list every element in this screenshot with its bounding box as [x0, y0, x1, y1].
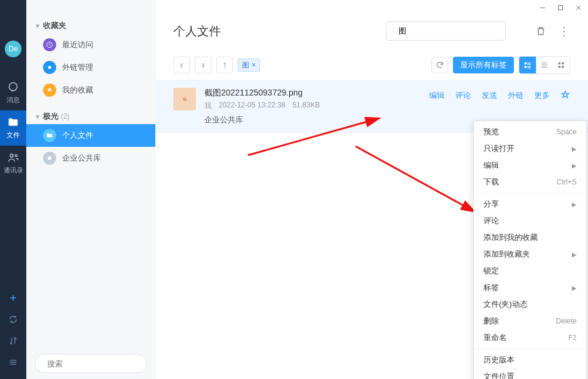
file-name: 截图20221125093729.png: [204, 88, 421, 98]
menu-add-fav-folder[interactable]: 添加到收藏夹▶: [474, 246, 586, 263]
file-thumbnail: ✿: [173, 88, 196, 110]
page-title: 个人文件: [173, 23, 221, 39]
action-more[interactable]: 更多: [534, 90, 550, 101]
menu-edit[interactable]: 编辑▶: [474, 157, 586, 174]
sidebar-item-myfav[interactable]: 我的收藏: [26, 79, 155, 101]
link-icon: [43, 61, 56, 74]
svg-point-8: [393, 30, 393, 31]
menu-preview[interactable]: 预览Space: [474, 124, 586, 140]
file-info: 截图20221125093729.png 我 2022-12-05 13:22:…: [204, 88, 421, 125]
sidebar-search-input[interactable]: [47, 359, 148, 368]
sidebar-item-recent[interactable]: 最近访问: [26, 33, 155, 56]
search-box[interactable]: [386, 21, 506, 41]
sidebar-search[interactable]: [35, 354, 147, 373]
toolbar: ‹ › ↑ 图 × 显示所有标签: [155, 53, 588, 81]
sidebar-item-label: 外链管理: [62, 62, 93, 73]
sidebar-item-links[interactable]: 外链管理: [26, 56, 155, 79]
menu-delete[interactable]: 删除Delete: [474, 313, 586, 329]
menu-shortcut: Ctrl+S: [556, 178, 577, 186]
search-icon: [393, 26, 394, 36]
nav-back-button[interactable]: ‹: [173, 57, 190, 73]
action-comment[interactable]: 评论: [455, 90, 471, 101]
show-all-tags-button[interactable]: 显示所有标签: [453, 57, 514, 73]
view-compact-button[interactable]: [536, 57, 553, 73]
chevron-right-icon: ▶: [572, 285, 577, 291]
sidebar-item-label: 我的收藏: [62, 85, 93, 95]
search-input[interactable]: [399, 27, 499, 36]
sidebar-item-enterprise-lib[interactable]: 企业公共库: [26, 147, 155, 170]
menu-download[interactable]: 下载Ctrl+S: [474, 174, 586, 190]
maximize-icon[interactable]: [557, 4, 564, 11]
menu-shortcut: Delete: [556, 317, 577, 325]
menu-tags[interactable]: 标签▶: [474, 279, 586, 296]
more-icon[interactable]: ⋮: [558, 25, 570, 37]
menu-label: 添加到我的收藏: [483, 232, 538, 243]
minimize-icon[interactable]: [539, 4, 546, 11]
menu-history[interactable]: 历史版本: [474, 352, 586, 368]
menu-label: 重命名: [483, 332, 507, 343]
sidebar-section-favorites[interactable]: ▼ 收藏夹: [26, 18, 155, 33]
trash-icon[interactable]: [535, 26, 546, 36]
menu-label: 标签: [483, 282, 499, 293]
sidebar-item-label: 最近访问: [62, 39, 93, 50]
nav-forward-button[interactable]: ›: [195, 57, 212, 73]
chevron-right-icon: ▶: [572, 201, 577, 208]
contacts-icon: [7, 152, 19, 164]
action-edit[interactable]: 编辑: [429, 90, 445, 101]
sidebar-item-label: 企业公共库: [62, 153, 101, 164]
sidebar: ▼ 收藏夹 最近访问 外链管理 我的收藏 ▼ 极光 (2) 个人文件 企业公共库: [26, 0, 155, 379]
sidebar-section-jiguang[interactable]: ▼ 极光 (2): [26, 109, 155, 124]
action-send[interactable]: 发送: [482, 90, 497, 101]
menu-share[interactable]: 分享▶: [474, 196, 586, 212]
transfer-icon[interactable]: [8, 336, 18, 346]
svg-point-1: [10, 154, 13, 157]
folder-icon: [7, 116, 19, 128]
file-mtime: 2022-12-05 13:22:38: [219, 101, 285, 111]
svg-rect-18: [562, 66, 564, 68]
svg-rect-17: [558, 66, 561, 68]
rail-item-files[interactable]: 文件: [0, 110, 26, 146]
file-location: 企业公共库: [204, 115, 421, 125]
menu-label: 文件(夹)动态: [483, 299, 528, 310]
file-actions: 编辑 评论 发送 外链 更多: [429, 88, 570, 125]
rail-bottom: [0, 293, 26, 379]
menu-shortcut: F2: [568, 334, 577, 342]
menu-add-my-fav[interactable]: 添加到我的收藏: [474, 229, 586, 246]
view-list-button[interactable]: [519, 57, 536, 73]
menu-label: 历史版本: [483, 355, 514, 365]
avatar[interactable]: De: [5, 41, 22, 57]
chip-close-icon[interactable]: ×: [252, 61, 256, 69]
sync-icon[interactable]: [8, 315, 18, 324]
menu-comment[interactable]: 评论: [474, 212, 586, 229]
nav-up-button[interactable]: ↑: [216, 57, 233, 73]
sidebar-item-personal-files[interactable]: 个人文件: [26, 124, 155, 147]
menu-rename[interactable]: 重命名F2: [474, 329, 586, 346]
rail-item-contacts[interactable]: 通讯录: [0, 146, 26, 181]
view-toggle: [519, 56, 570, 74]
close-icon[interactable]: [575, 4, 582, 11]
file-size: 51.83KB: [292, 101, 320, 111]
menu-readonly-open[interactable]: 只读打开▶: [474, 140, 586, 157]
menu-label: 编辑: [483, 160, 499, 171]
filter-chip[interactable]: 图 ×: [238, 58, 260, 72]
favorite-icon[interactable]: [561, 90, 570, 100]
view-grid-button[interactable]: [553, 57, 569, 73]
rail-label: 消息: [7, 95, 20, 104]
svg-rect-15: [558, 62, 561, 64]
section-label: 收藏夹: [43, 20, 66, 31]
plus-icon[interactable]: [8, 293, 18, 303]
section-count: (2): [61, 112, 70, 121]
menu-activity[interactable]: 文件(夹)动态: [474, 296, 586, 313]
svg-rect-9: [525, 62, 527, 64]
action-link[interactable]: 外链: [508, 90, 523, 101]
caret-down-icon: ▼: [35, 23, 41, 29]
svg-point-2: [15, 155, 17, 156]
svg-point-0: [9, 83, 17, 91]
rail-item-messages[interactable]: 消息: [0, 75, 26, 110]
refresh-button[interactable]: [431, 57, 448, 73]
menu-label: 锁定: [483, 266, 499, 276]
menu-lock[interactable]: 锁定: [474, 263, 586, 279]
menu-location[interactable]: 文件位置: [474, 368, 586, 379]
menu-icon[interactable]: [8, 358, 18, 367]
sidebar-item-label: 个人文件: [62, 130, 93, 141]
